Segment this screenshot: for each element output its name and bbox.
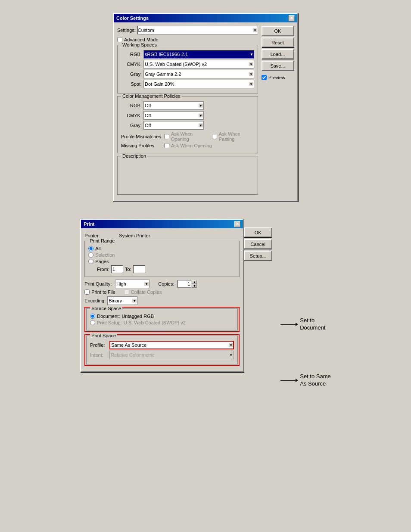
save-button[interactable]: Save... <box>262 61 294 71</box>
print-intent-select[interactable]: Relative Colorimetric <box>109 351 234 359</box>
collate-copies-label: Collate Copies <box>131 289 162 295</box>
print-intent-select-wrapper: Relative Colorimetric <box>109 351 234 359</box>
set-to-same-as-source-text: Set to Same As Source <box>300 373 331 388</box>
print-main: Printer: System Printer Print Range All … <box>84 232 240 368</box>
from-label: From: <box>97 267 109 272</box>
print-quality-select[interactable]: High <box>115 280 149 288</box>
cmyk-working-select[interactable]: U.S. Web Coated (SWOP) v2 <box>143 60 254 68</box>
cmyk-policy-select-wrapper: Off <box>143 111 204 120</box>
pages-radio[interactable] <box>88 259 93 264</box>
cmyk-working-label: CMYK: <box>121 62 142 67</box>
print-profile-row: Profile: Same As Source <box>90 341 234 349</box>
set-to-document-annotation: Set to Document <box>280 317 331 332</box>
source-printsetup-radio[interactable] <box>90 320 95 325</box>
source-space-group: Source Space Document: Untagged RGB Prin… <box>86 308 238 330</box>
print-profile-select[interactable]: Same As Source <box>109 341 234 349</box>
source-space-title: Source Space <box>90 306 122 311</box>
print-to-file-container: Print to File <box>84 289 115 295</box>
annotations-area: Set to Document Set to Same As Source <box>280 305 331 400</box>
printer-value: System Printer <box>119 233 150 238</box>
rgb-policy-label: RGB: <box>121 103 142 108</box>
all-radio[interactable] <box>88 246 93 251</box>
spinner-up[interactable]: ▲ <box>192 280 197 284</box>
encoding-select[interactable]: Binary <box>107 296 137 305</box>
selection-radio[interactable] <box>88 252 93 258</box>
preview-checkbox[interactable] <box>262 75 267 80</box>
from-input[interactable] <box>111 265 123 273</box>
rgb-working-label: RGB: <box>121 52 142 57</box>
print-intent-label: Intent: <box>90 352 109 358</box>
to-input[interactable] <box>133 265 145 273</box>
print-space-highlight: Print Space Profile: Same As Source Inte… <box>84 334 240 366</box>
arrow-line-1 <box>280 324 296 325</box>
color-settings-title-bar: Color Settings ✕ <box>114 14 297 22</box>
color-settings-main: Settings: Custom Advanced Mode Working S… <box>117 26 258 197</box>
reset-button[interactable]: Reset <box>262 37 294 47</box>
close-button[interactable]: ✕ <box>289 15 295 21</box>
missing-ask-when-opening-checkbox[interactable] <box>164 143 169 148</box>
profile-mismatches-row: Profile Mismatches: Ask When Opening Ask… <box>121 131 254 142</box>
print-range-group: Print Range All Selection Pages Fro <box>84 241 240 277</box>
gray-policy-select[interactable]: Off <box>143 121 204 130</box>
print-to-file-row: Print to File Collate Copies <box>84 289 240 295</box>
color-management-group: Color Management Policies RGB: Off CMYK:… <box>117 96 258 153</box>
print-section-container: Print ✕ Printer: System Printer Print Ra… <box>80 219 331 400</box>
gray-working-select[interactable]: Gray Gamma 2.2 <box>143 70 254 78</box>
print-ok-button[interactable]: OK <box>244 227 272 237</box>
print-to-file-label: Print to File <box>91 289 115 295</box>
source-document-radio[interactable] <box>90 314 95 319</box>
spinner-buttons: ▲ ▼ <box>192 280 197 288</box>
spinner-down[interactable]: ▼ <box>192 284 197 288</box>
description-title: Description <box>121 153 147 159</box>
print-close-button[interactable]: ✕ <box>234 221 240 227</box>
encoding-select-wrapper: Binary <box>107 296 137 305</box>
print-cancel-button[interactable]: Cancel <box>244 239 272 249</box>
cmyk-select-wrapper: U.S. Web Coated (SWOP) v2 <box>143 60 254 68</box>
gray-policy-row: Gray: Off <box>121 121 254 130</box>
arrow-to-document <box>280 323 298 326</box>
gray-policy-label: Gray: <box>121 123 142 128</box>
rgb-policy-select[interactable]: Off <box>143 101 204 110</box>
cmyk-policy-label: CMYK: <box>121 113 142 118</box>
title-bar-buttons: ✕ <box>289 15 295 21</box>
color-settings-window: Color Settings ✕ Settings: Custom Advanc… <box>113 13 298 202</box>
load-button[interactable]: Load... <box>262 49 294 59</box>
selection-label: Selection <box>95 252 115 258</box>
print-to-file-checkbox[interactable] <box>84 289 90 295</box>
print-space-group: Print Space Profile: Same As Source Inte… <box>86 336 238 364</box>
source-printsetup-value: U.S. Web Coated (SWOP) v2 <box>124 320 186 325</box>
settings-label: Settings: <box>117 28 136 33</box>
rgb-working-row: RGB: sRGB IEC61966-2.1 ▼ <box>121 50 254 59</box>
print-title-buttons: ✕ <box>234 221 240 227</box>
print-setup-button[interactable]: Setup... <box>244 251 272 261</box>
ask-when-pasting-label: Ask When Pasting <box>219 131 254 142</box>
arrow-line-2 <box>280 380 296 381</box>
print-quality-wrapper: High <box>115 280 149 288</box>
ask-when-pasting-checkbox[interactable] <box>212 134 217 139</box>
advanced-mode-checkbox[interactable] <box>117 37 122 42</box>
quality-copies-row: Print Quality: High Copies: ▲ ▼ <box>84 280 240 288</box>
set-to-same-as-source-annotation: Set to Same As Source <box>280 373 331 388</box>
source-document-row: Document: Untagged RGB <box>90 314 234 319</box>
settings-select[interactable]: Custom <box>137 26 258 34</box>
settings-select-wrapper: Custom <box>137 26 258 34</box>
ask-when-opening-checkbox[interactable] <box>164 134 169 139</box>
spot-select-wrapper: Dot Gain 20% <box>143 80 254 88</box>
copies-input[interactable] <box>177 280 191 288</box>
spot-working-row: Spot: Dot Gain 20% <box>121 80 254 88</box>
rgb-select-wrapper: sRGB IEC61966-2.1 ▼ <box>143 50 254 59</box>
printer-label: Printer: <box>84 233 119 238</box>
cmyk-policy-select[interactable]: Off <box>143 111 204 120</box>
collate-copies-checkbox[interactable] <box>124 289 129 295</box>
all-radio-row: All <box>88 246 236 251</box>
ok-button[interactable]: OK <box>262 26 294 36</box>
working-spaces-group: Working Spaces RGB: sRGB IEC61966-2.1 ▼ … <box>117 45 258 93</box>
print-dialog-window: Print ✕ Printer: System Printer Print Ra… <box>80 219 244 372</box>
source-document-value: Untagged RGB <box>121 314 154 319</box>
rgb-working-select[interactable]: sRGB IEC61966-2.1 <box>143 50 254 59</box>
spot-working-label: Spot: <box>121 81 142 87</box>
ask-when-opening-label: Ask When Opening <box>171 131 209 142</box>
spot-working-select[interactable]: Dot Gain 20% <box>143 80 254 88</box>
missing-ask-when-opening-label: Ask When Opening <box>171 143 212 148</box>
encoding-label: Encoding: <box>84 298 106 303</box>
